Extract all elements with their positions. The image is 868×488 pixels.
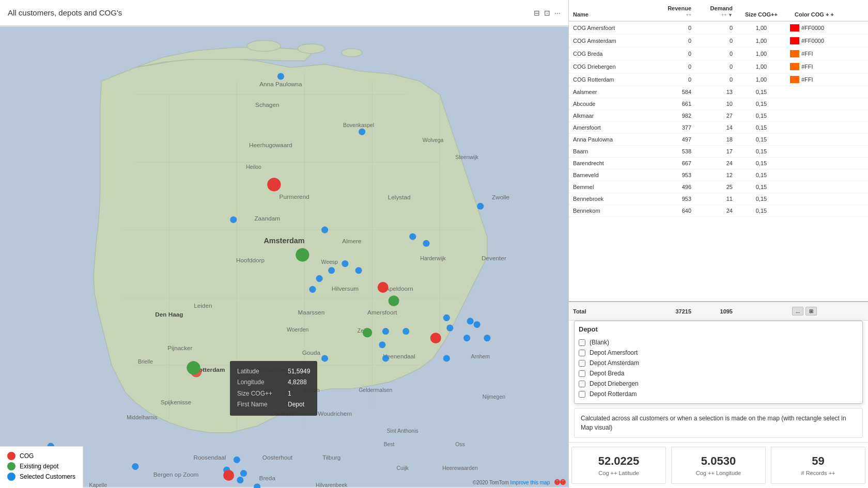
- svg-text:Leiden: Leiden: [194, 302, 212, 309]
- cell-name: Abcoude: [569, 98, 654, 109]
- table-row[interactable]: COG Rotterdam 0 0 1,00 #FFI: [569, 73, 868, 86]
- table-row[interactable]: COG Driebergen 0 0 1,00 #FFI: [569, 60, 868, 73]
- legend-cog: COG: [7, 452, 75, 460]
- svg-point-72: [328, 267, 335, 274]
- svg-text:Oss: Oss: [455, 442, 465, 447]
- col-color[interactable]: Color COG + +: [786, 9, 843, 21]
- svg-text:Heiloo: Heiloo: [246, 164, 261, 170]
- col-size[interactable]: Size COG++: [737, 9, 786, 21]
- cell-size: 0,15: [737, 146, 786, 157]
- depot-filter-item-blank[interactable]: (Blank): [579, 337, 858, 348]
- table-row[interactable]: Amersfoort 377 14 0,15: [569, 122, 868, 134]
- table-row[interactable]: Bennekom 640 24 0,15: [569, 205, 868, 217]
- depot-filter-item-depot-breda[interactable]: Depot Breda: [579, 368, 858, 379]
- svg-point-67: [359, 129, 365, 135]
- cell-demand: 0: [695, 48, 737, 59]
- filter-icon[interactable]: ⊟: [534, 9, 540, 17]
- footer-btn-1[interactable]: ...: [792, 307, 803, 316]
- depot-checkbox-depot-amersfoort[interactable]: [579, 350, 585, 356]
- col-name[interactable]: Name: [569, 9, 654, 21]
- depot-filter-item-depot-amsterdam[interactable]: Depot Amsterdam: [579, 358, 858, 368]
- svg-text:Best: Best: [383, 442, 394, 447]
- svg-point-79: [446, 324, 453, 331]
- svg-text:Middelharnis: Middelharnis: [127, 415, 157, 420]
- svg-point-81: [474, 321, 481, 328]
- cell-revenue: 377: [654, 122, 695, 133]
- svg-point-2: [298, 44, 324, 53]
- info-text: Calculated across all customers or when …: [574, 408, 863, 438]
- table-row[interactable]: Bemmel 496 25 0,15: [569, 181, 868, 193]
- col-revenue[interactable]: Revenue++: [654, 3, 695, 21]
- table-row[interactable]: Alkmaar 982 27 0,15: [569, 110, 868, 122]
- depot-checkbox-depot-amsterdam[interactable]: [579, 360, 585, 367]
- table-row[interactable]: Baarn 538 17 0,15: [569, 146, 868, 158]
- map-section: All customers, depots and COG's ⊟ ⊡ ···: [0, 0, 568, 488]
- cell-color: [786, 172, 843, 178]
- svg-text:Tilburg: Tilburg: [322, 454, 341, 461]
- svg-text:Breda: Breda: [259, 475, 276, 481]
- cell-color: [786, 113, 843, 118]
- cell-revenue: 497: [654, 134, 695, 145]
- map-background[interactable]: Anna Paulowna Schagen Bovenkaspel Wolveg…: [0, 26, 568, 488]
- svg-text:Purmerend: Purmerend: [280, 193, 309, 200]
- cell-name: COG Rotterdam: [569, 74, 654, 85]
- svg-point-102: [296, 248, 309, 261]
- cell-revenue: 640: [654, 205, 695, 216]
- svg-text:Nijmegen: Nijmegen: [483, 395, 505, 400]
- stat-card-cog-longitude: 5.0530 Cog ++ Longitude: [671, 447, 766, 484]
- table-row[interactable]: Aalsmeer 584 13 0,15: [569, 86, 868, 98]
- svg-text:Amsterdam: Amsterdam: [264, 237, 304, 245]
- svg-point-74: [309, 286, 316, 293]
- expand-icon[interactable]: ⊡: [544, 9, 550, 17]
- table-body[interactable]: COG Amersfoort 0 0 1,00 #FF0000 COG Amst…: [569, 22, 868, 301]
- depot-checkbox-depot-rotterdam[interactable]: [579, 391, 585, 398]
- table-row[interactable]: COG Breda 0 0 1,00 #FFI: [569, 48, 868, 60]
- depot-label-depot-amsterdam: Depot Amsterdam: [590, 359, 639, 367]
- cell-name: Barneveld: [569, 169, 654, 181]
- cell-revenue: 0: [654, 74, 695, 85]
- depot-checkbox-blank[interactable]: [579, 339, 585, 346]
- cell-size: 1,00: [737, 35, 786, 46]
- svg-text:Deventer: Deventer: [482, 255, 506, 261]
- svg-point-3: [342, 49, 362, 57]
- cell-demand: 0: [695, 61, 737, 72]
- depot-label-depot-breda: Depot Breda: [590, 370, 624, 377]
- table-row[interactable]: COG Amsterdam 0 0 1,00 #FF0000: [569, 35, 868, 48]
- depot-filter-item-depot-driebergen[interactable]: Depot Driebergen: [579, 379, 858, 389]
- cell-revenue: 0: [654, 48, 695, 59]
- footer-demand: 1095: [695, 306, 737, 317]
- table-row[interactable]: COG Amersfoort 0 0 1,00 #FF0000: [569, 22, 868, 35]
- map-title-bar: All customers, depots and COG's ⊟ ⊡ ···: [0, 0, 568, 26]
- svg-text:Bergen op Zoom: Bergen op Zoom: [153, 471, 199, 478]
- footer-btn-2[interactable]: ⊞: [805, 307, 817, 316]
- more-icon[interactable]: ···: [554, 9, 561, 17]
- svg-point-78: [443, 314, 450, 321]
- cell-name: Amersfoort: [569, 122, 654, 133]
- depot-checkbox-depot-driebergen[interactable]: [579, 381, 585, 387]
- table-row[interactable]: Bennebroek 953 11 0,15: [569, 193, 868, 205]
- cell-color: [786, 149, 843, 154]
- depot-label-blank: (Blank): [590, 339, 609, 346]
- cell-demand: 0: [695, 35, 737, 46]
- table-row[interactable]: Barneveld 953 12 0,15: [569, 169, 868, 181]
- depot-filter-item-depot-rotterdam[interactable]: Depot Rotterdam: [579, 389, 858, 399]
- cell-size: 1,00: [737, 22, 786, 34]
- cell-color: [786, 161, 843, 166]
- legend-depot-icon: [7, 462, 16, 470]
- map-title: All customers, depots and COG's: [8, 8, 122, 17]
- svg-point-70: [342, 260, 348, 267]
- svg-point-95: [237, 477, 243, 483]
- cell-color: [786, 89, 843, 95]
- depot-filter-item-depot-amersfoort[interactable]: Depot Amersfoort: [579, 348, 858, 358]
- footer-color: ... ⊞: [786, 305, 843, 318]
- depot-checkbox-depot-breda[interactable]: [579, 370, 585, 377]
- table-row[interactable]: Barendrecht 667 24 0,15: [569, 158, 868, 169]
- col-demand[interactable]: Demand++ ▼: [695, 3, 737, 21]
- table-row[interactable]: Anna Paulowna 497 18 0,15: [569, 134, 868, 146]
- cell-name: Anna Paulowna: [569, 134, 654, 145]
- svg-point-69: [321, 227, 328, 233]
- cell-color: [786, 196, 843, 201]
- improve-map-link[interactable]: Improve this map: [510, 480, 550, 485]
- svg-point-89: [443, 355, 450, 361]
- table-row[interactable]: Abcoude 661 10 0,15: [569, 98, 868, 110]
